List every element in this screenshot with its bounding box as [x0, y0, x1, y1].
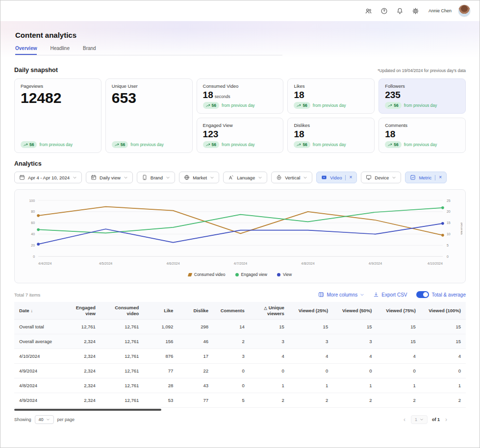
- card-label: Consumed Video: [203, 83, 278, 89]
- filter-chip-brand[interactable]: Brand: [137, 172, 175, 183]
- delta-badge: 56: [203, 141, 219, 148]
- card-value: 12482: [21, 90, 95, 106]
- vertical-icon: [276, 174, 282, 180]
- legend-item-engaged-view[interactable]: Engaged view: [235, 272, 267, 277]
- chip-divider: [345, 175, 346, 180]
- cell-viewed-50: 1: [333, 378, 377, 393]
- column-header-viewed-25[interactable]: Viewed (25%): [289, 302, 333, 319]
- column-header-comments[interactable]: Comments: [213, 302, 250, 319]
- delta-badge: 56: [294, 102, 310, 109]
- people-icon[interactable]: [364, 6, 373, 16]
- filter-chip-daily-view[interactable]: Daily view: [86, 172, 133, 183]
- sort-desc-icon[interactable]: ↓: [31, 308, 33, 313]
- filter-chip-apr-4-apr-10-2024[interactable]: Apr 4 - Apr 10, 2024: [14, 172, 82, 183]
- cell-dislike: 17: [178, 349, 213, 364]
- column-header-dislike[interactable]: Dislike: [178, 302, 213, 319]
- toggle-switch[interactable]: [416, 291, 429, 298]
- total-average-toggle[interactable]: Total & average: [416, 291, 466, 298]
- delta-badge: 56: [385, 141, 401, 148]
- cell-like: 53: [144, 393, 178, 408]
- cell-comments: 0: [213, 378, 250, 393]
- column-header-like[interactable]: Like: [144, 302, 178, 319]
- svg-text:60: 60: [31, 221, 35, 224]
- daily-snapshot-section: Daily snapshot *Updated on 19/04/2024 fo…: [0, 67, 480, 153]
- tabs: Overview Headline Brand: [15, 46, 465, 55]
- prev-page-button[interactable]: ‹: [403, 416, 406, 423]
- avatar[interactable]: [458, 4, 471, 17]
- cell-viewed-100: 15: [421, 320, 466, 334]
- gear-icon[interactable]: [411, 6, 420, 16]
- delta-badge: 56: [294, 141, 310, 148]
- cell-viewed-50: 4: [333, 349, 377, 364]
- filter-chip-vertical[interactable]: Vertical: [271, 172, 312, 183]
- table-header: Date↓Engaged viewConsumed videoLikeDisli…: [14, 302, 466, 319]
- cell-comments: 5: [213, 393, 250, 408]
- export-csv-button[interactable]: Export CSV: [373, 292, 407, 298]
- card-followers: Followers23556from previous day: [379, 78, 466, 114]
- tab-headline[interactable]: Headline: [50, 46, 69, 55]
- column-header-viewed-100[interactable]: Viewed (100%): [421, 302, 466, 319]
- analytics-section: Analytics Apr 4 - Apr 10, 2024Daily view…: [0, 160, 480, 283]
- card-label: Dislikes: [294, 123, 368, 128]
- card-value: 235: [385, 90, 459, 100]
- svg-text:4/9/2024: 4/9/2024: [369, 262, 382, 265]
- tab-brand[interactable]: Brand: [83, 46, 96, 55]
- svg-text:4/8/2024: 4/8/2024: [301, 262, 314, 265]
- next-page-button[interactable]: ›: [444, 416, 448, 423]
- delta-note: from previous day: [404, 142, 437, 147]
- bell-icon[interactable]: [395, 6, 404, 16]
- filter-chip-lanuage[interactable]: Lanuage: [223, 172, 267, 183]
- chevron-down-icon: [124, 175, 128, 180]
- content-analytics-page: Annie Chen Content analytics Overview He…: [0, 0, 480, 448]
- cell-viewed-25: 0: [289, 364, 333, 378]
- page-number-select[interactable]: 1: [411, 415, 428, 424]
- cell-date: Overall average: [14, 334, 62, 349]
- card-dislikes: Dislikes1856from previous day: [287, 118, 375, 153]
- column-label: Like: [164, 308, 173, 313]
- column-header-unique-viewers[interactable]: △Unique viewers: [250, 302, 289, 319]
- page-title: Content analytics: [15, 21, 465, 39]
- cell-engaged-view: 2,324: [62, 364, 101, 378]
- cell-unique-viewers: 15: [250, 320, 289, 334]
- close-icon[interactable]: ×: [439, 175, 442, 180]
- column-header-date[interactable]: Date↓: [14, 302, 62, 319]
- filter-chip-market[interactable]: Market: [179, 172, 219, 183]
- svg-text:4/10/2024: 4/10/2024: [428, 262, 443, 265]
- cell-engaged-view: 12,761: [62, 320, 101, 334]
- column-header-viewed-75[interactable]: Viewed (75%): [377, 302, 421, 319]
- delta-value: 56: [394, 103, 398, 108]
- analytics-chart: 0204060801000510152025Seconds4/4/20244/5…: [18, 196, 462, 271]
- cell-unique-viewers: 2: [250, 393, 289, 408]
- tab-overview[interactable]: Overview: [15, 46, 37, 55]
- svg-text:15: 15: [447, 221, 451, 224]
- cell-viewed-75: 15: [377, 334, 421, 349]
- close-icon[interactable]: ×: [349, 175, 352, 180]
- legend-item-view[interactable]: View: [277, 272, 292, 277]
- column-header-viewed-50[interactable]: Viewed (50%): [333, 302, 377, 319]
- svg-text:10: 10: [447, 232, 451, 236]
- legend-item-consumed-video[interactable]: Consumed video: [188, 272, 226, 277]
- filter-label: Apr 4 - Apr 10, 2024: [28, 175, 70, 180]
- chevron-down-icon: [73, 175, 77, 180]
- svg-text:4/6/2024: 4/6/2024: [166, 262, 179, 265]
- page-size-select[interactable]: 40: [35, 415, 54, 424]
- filter-chip-metric[interactable]: Metric×: [405, 172, 447, 183]
- delta-value: 56: [303, 142, 307, 147]
- cell-comments: 2: [213, 334, 250, 349]
- video-icon: [321, 174, 327, 180]
- cell-dislike: 77: [178, 393, 213, 408]
- horizontal-scrollbar-thumb[interactable]: [14, 409, 161, 411]
- trend-up-icon: [206, 143, 210, 147]
- brand-icon: [142, 174, 148, 180]
- calendar-icon: [19, 174, 25, 180]
- help-icon[interactable]: [379, 6, 389, 16]
- more-columns-button[interactable]: More columns: [318, 292, 364, 298]
- filter-chip-device[interactable]: Device: [361, 172, 401, 183]
- cell-viewed-75: 1: [377, 378, 421, 393]
- legend-label: Consumed video: [194, 272, 226, 277]
- cell-date: 4/9/2024: [14, 393, 62, 408]
- filter-chip-video[interactable]: Video×: [316, 172, 357, 183]
- column-header-consumed-video[interactable]: Consumed video: [101, 302, 144, 319]
- daily-snapshot-title: Daily snapshot: [14, 67, 58, 74]
- column-header-engaged-view[interactable]: Engaged view: [62, 302, 101, 319]
